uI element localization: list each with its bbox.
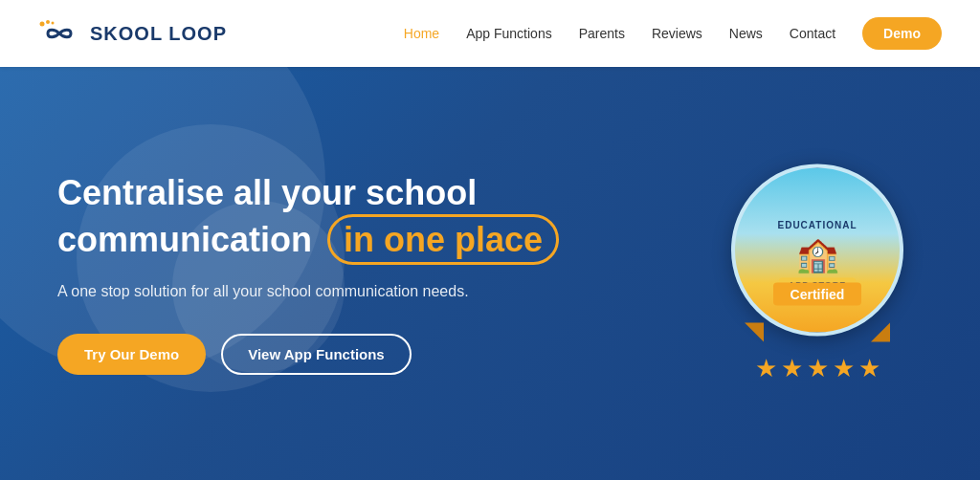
main-nav: Home App Functions Parents Reviews News …	[404, 17, 942, 50]
svg-point-0	[40, 22, 45, 27]
star-4: ★	[833, 354, 855, 383]
house-icon: 🏫	[796, 233, 839, 273]
hero-subtitle: A one stop solution for all your school …	[57, 280, 559, 303]
logo-icon	[38, 20, 80, 47]
nav-reviews[interactable]: Reviews	[652, 26, 702, 41]
badge-certified-label: Certified	[773, 283, 862, 306]
star-5: ★	[858, 354, 880, 383]
hero-title-highlight: in one place	[327, 214, 559, 265]
nav-home[interactable]: Home	[404, 26, 439, 41]
try-demo-button[interactable]: Try Our Demo	[57, 334, 206, 375]
svg-point-1	[46, 20, 50, 24]
nav-app-functions[interactable]: App Functions	[466, 26, 552, 41]
badge-stars: ★ ★ ★ ★ ★	[755, 354, 880, 383]
hero-section: Centralise all your school communication…	[0, 67, 980, 480]
ribbon-right	[871, 323, 890, 342]
nav-parents[interactable]: Parents	[579, 26, 625, 41]
hero-title: Centralise all your school communication…	[57, 172, 559, 264]
badge-area: EDUCATIONAL 🏫 APP STORE Certified ★ ★ ★ …	[731, 164, 903, 383]
star-3: ★	[807, 354, 829, 383]
nav-news[interactable]: News	[729, 26, 763, 41]
star-2: ★	[781, 354, 803, 383]
badge-educational-label: EDUCATIONAL	[777, 219, 857, 229]
logo-text: SKOOL LOOP	[90, 23, 227, 45]
logo[interactable]: SKOOL LOOP	[38, 20, 227, 47]
star-1: ★	[755, 354, 777, 383]
hero-title-line1: Centralise all your school	[57, 173, 477, 212]
demo-button[interactable]: Demo	[862, 17, 942, 50]
header: SKOOL LOOP Home App Functions Parents Re…	[0, 0, 980, 67]
hero-content: Centralise all your school communication…	[0, 172, 559, 374]
view-app-functions-button[interactable]: View App Functions	[221, 334, 412, 375]
nav-contact[interactable]: Contact	[790, 26, 835, 41]
hero-buttons: Try Our Demo View App Functions	[57, 334, 559, 375]
ribbon-left	[745, 323, 764, 342]
app-store-badge: EDUCATIONAL 🏫 APP STORE Certified	[731, 164, 903, 337]
svg-point-2	[52, 22, 55, 25]
hero-title-line2: communication	[57, 220, 312, 259]
